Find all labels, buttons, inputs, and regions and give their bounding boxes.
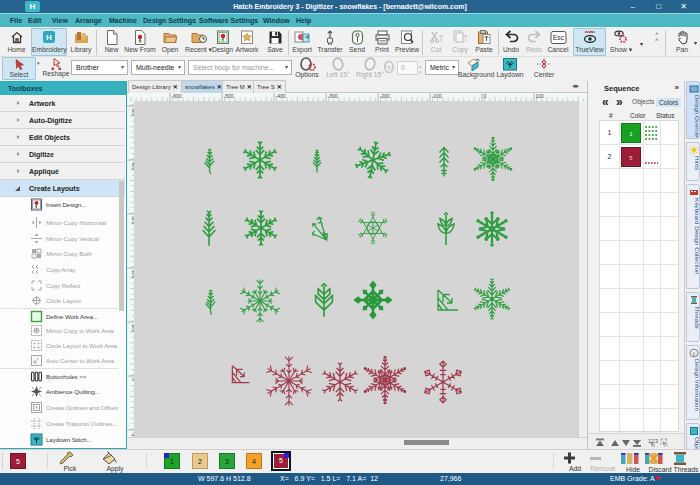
svg-text:Esc: Esc xyxy=(553,34,565,41)
svg-text:-200: -200 xyxy=(380,93,390,99)
svg-text:-100: -100 xyxy=(432,93,442,99)
svg-text:-500: -500 xyxy=(224,93,234,99)
svg-text:0: 0 xyxy=(484,93,487,99)
svg-text:i: i xyxy=(693,350,695,357)
svg-text:123: 123 xyxy=(648,438,659,444)
svg-text:-600: -600 xyxy=(172,93,182,99)
svg-text:-400: -400 xyxy=(276,93,286,99)
svg-text:100: 100 xyxy=(536,93,545,99)
svg-text:H: H xyxy=(46,33,52,42)
svg-text:-300: -300 xyxy=(328,93,338,99)
svg-text:↻: ↻ xyxy=(386,65,391,71)
